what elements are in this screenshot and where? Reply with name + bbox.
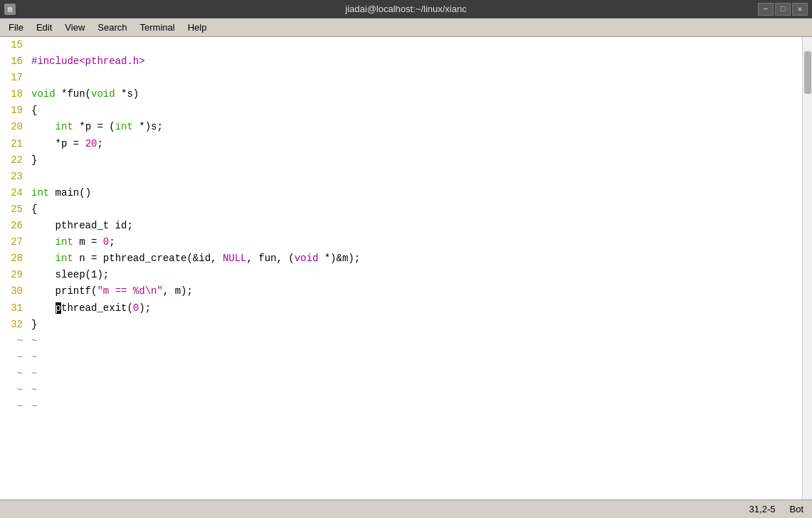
tilde-1: ~ [31,333,802,349]
menu-edit[interactable]: Edit [31,21,58,34]
ln-25: 25 [6,201,23,218]
ln-tilde3: ~ [6,366,23,382]
app-icon: ▤ [4,4,16,15]
code-line-16: #include<pthread.h> [31,53,802,70]
code-line-31: pthread_exit(0); [31,300,802,317]
ln-31: 31 [6,300,23,317]
ln-19: 19 [6,102,23,119]
ln-tilde5: ~ [6,398,23,415]
code-area[interactable]: #include<pthread.h> void *fun(void *s) {… [28,37,802,500]
ln-27: 27 [6,234,23,250]
code-line-17 [31,70,802,86]
code-line-21: *p = 20; [31,136,802,152]
titlebar-title: jiadai@localhost:~/linux/xianc [345,4,466,14]
ln-21: 21 [6,136,23,152]
menubar: File Edit View Search Terminal Help [0,18,812,37]
code-line-26: pthread_t id; [31,218,802,234]
menu-search[interactable]: Search [92,21,132,34]
menu-help[interactable]: Help [182,21,213,34]
titlebar-left: ▤ [4,4,16,15]
ln-tilde2: ~ [6,349,23,366]
line-numbers: 15 16 17 18 19 20 21 22 23 24 25 26 27 2… [0,37,28,500]
minimize-button[interactable]: − [758,3,774,16]
code-line-32: } [31,317,802,333]
editor-wrapper: 15 16 17 18 19 20 21 22 23 24 25 26 27 2… [0,37,812,500]
maximize-button[interactable]: □ [775,3,791,16]
ln-23: 23 [6,169,23,185]
statusbar: 31,2-5 Bot [0,500,812,518]
titlebar-controls: − □ ✕ [758,3,808,16]
ln-18: 18 [6,86,23,102]
cursor-position: 31,2-5 [749,504,776,514]
ln-22: 22 [6,152,23,169]
ln-15: 15 [6,37,23,53]
code-line-19: { [31,102,802,119]
menu-view[interactable]: View [59,21,90,34]
code-line-20: int *p = (int *)s; [31,119,802,135]
ln-tilde1: ~ [6,333,23,349]
code-line-24: int main() [31,185,802,201]
code-line-22: } [31,152,802,169]
tilde-3: ~ [31,366,802,382]
menu-file[interactable]: File [3,21,29,34]
code-line-28: int n = pthread_create(&id, NULL, fun, (… [31,250,802,267]
ln-16: 16 [6,53,23,70]
code-line-27: int m = 0; [31,234,802,250]
ln-32: 32 [6,317,23,333]
tilde-4: ~ [31,382,802,398]
scrollbar[interactable] [802,37,812,500]
code-line-30: printf("m == %d\n", m); [31,283,802,300]
ln-20: 20 [6,119,23,135]
ln-24: 24 [6,185,23,201]
menu-terminal[interactable]: Terminal [135,21,181,34]
code-line-23 [31,169,802,185]
ln-28: 28 [6,250,23,267]
scroll-thumb[interactable] [804,51,811,94]
ln-17: 17 [6,70,23,86]
code-line-18: void *fun(void *s) [31,86,802,102]
tilde-5: ~ [31,398,802,415]
ln-26: 26 [6,218,23,234]
code-line-15 [31,37,802,53]
ln-29: 29 [6,267,23,283]
close-button[interactable]: ✕ [792,3,808,16]
code-line-29: sleep(1); [31,267,802,283]
ln-30: 30 [6,283,23,300]
titlebar: ▤ jiadai@localhost:~/linux/xianc − □ ✕ [0,0,812,18]
tilde-2: ~ [31,349,802,366]
ln-tilde4: ~ [6,382,23,398]
scroll-mode: Bot [789,504,803,514]
code-line-25: { [31,201,802,218]
